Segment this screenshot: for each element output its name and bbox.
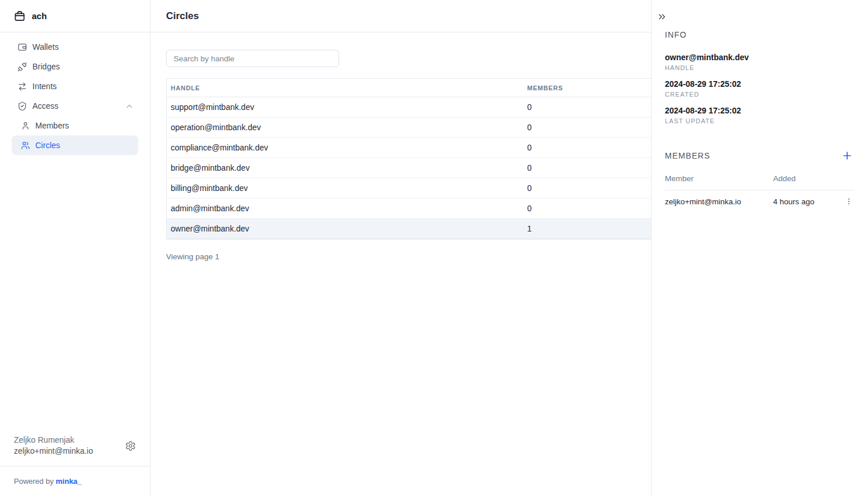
arrows-left-right-icon xyxy=(17,82,27,91)
cell-member: zeljko+mint@minka.io xyxy=(665,197,773,206)
add-member-button[interactable] xyxy=(841,150,853,161)
user-name: Zeljko Rumenjak xyxy=(14,435,125,446)
field-value: owner@mintbank.dev xyxy=(665,53,854,63)
chevrons-right-icon[interactable] xyxy=(657,12,667,22)
field-value: 2024-08-29 17:25:02 xyxy=(665,79,854,89)
user-icon xyxy=(21,121,30,130)
user-block: Zeljko Rumenjak zeljko+mint@minka.io xyxy=(0,427,150,466)
wallet-icon xyxy=(17,42,27,52)
info-field-created: 2024-08-29 17:25:02 CREATED xyxy=(665,79,854,98)
panel-content: INFO owner@mintbank.dev HANDLE 2024-08-2… xyxy=(652,0,868,212)
column-header-handle: HANDLE xyxy=(167,84,523,91)
search-input[interactable] xyxy=(166,50,339,67)
info-field-last-update: 2024-08-29 17:25:02 LAST UPDATE xyxy=(665,106,854,124)
sidebar-item-bridges[interactable]: Bridges xyxy=(12,57,138,76)
sidebar-item-label: Circles xyxy=(35,141,60,150)
column-header-member: Member xyxy=(665,174,773,183)
cell-handle: billing@mintbank.dev xyxy=(167,183,523,193)
sidebar-footer: Zeljko Rumenjak zeljko+mint@minka.io Pow… xyxy=(0,427,150,496)
user-meta: Zeljko Rumenjak zeljko+mint@minka.io xyxy=(14,435,125,457)
info-heading: INFO xyxy=(665,30,854,39)
kebab-menu-icon[interactable] xyxy=(844,196,854,207)
cell-handle: admin@mintbank.dev xyxy=(167,204,523,213)
field-label: HANDLE xyxy=(665,64,854,71)
field-value: 2024-08-29 17:25:02 xyxy=(665,106,854,116)
brand-name: ach xyxy=(32,11,47,21)
shield-check-icon xyxy=(17,101,27,111)
users-icon xyxy=(21,141,30,150)
briefcase-icon xyxy=(14,10,25,22)
sidebar-item-access[interactable]: Access xyxy=(12,96,138,116)
info-fields: owner@mintbank.dev HANDLE 2024-08-29 17:… xyxy=(665,53,854,124)
minka-link[interactable]: minka_ xyxy=(56,477,82,486)
sidebar-item-intents[interactable]: Intents xyxy=(12,76,138,96)
chevron-up-icon[interactable] xyxy=(125,102,134,111)
sidebar-item-wallets[interactable]: Wallets xyxy=(12,37,138,57)
cell-added: 4 hours ago xyxy=(773,197,844,206)
app-brand[interactable]: ach xyxy=(0,0,150,32)
powered-by: Powered by minka_ xyxy=(0,466,150,496)
sidebar-item-circles[interactable]: Circles xyxy=(12,135,138,155)
gear-icon[interactable] xyxy=(125,440,136,451)
members-section-header: MEMBERS xyxy=(665,150,854,161)
sidebar-item-label: Intents xyxy=(32,82,57,91)
sidebar-item-label: Access xyxy=(32,101,58,111)
member-row[interactable]: zeljko+mint@minka.io 4 hours ago xyxy=(665,190,854,212)
sidebar-item-label: Members xyxy=(35,121,69,130)
sidebar: ach Wallets Bridges xyxy=(0,0,150,496)
cell-handle: owner@mintbank.dev xyxy=(167,224,523,233)
sidebar-nav: Wallets Bridges Intents xyxy=(0,32,150,155)
sidebar-item-label: Bridges xyxy=(32,62,60,71)
powered-by-prefix: Powered by xyxy=(14,477,56,486)
cell-handle: support@mintbank.dev xyxy=(167,102,523,112)
user-email: zeljko+mint@minka.io xyxy=(14,446,125,457)
info-field-handle: owner@mintbank.dev HANDLE xyxy=(665,53,854,71)
plug-icon xyxy=(17,62,27,72)
members-heading: MEMBERS xyxy=(665,151,841,160)
cell-handle: compliance@mintbank.dev xyxy=(167,143,523,152)
sidebar-item-members[interactable]: Members xyxy=(12,116,138,135)
cell-handle: bridge@mintbank.dev xyxy=(167,163,523,172)
field-label: CREATED xyxy=(665,91,854,98)
page-title: Circles xyxy=(166,10,199,22)
members-table-header: Member Added xyxy=(665,174,854,190)
cell-handle: operation@mintbank.dev xyxy=(167,123,523,132)
field-label: LAST UPDATE xyxy=(665,117,854,124)
detail-panel: INFO owner@mintbank.dev HANDLE 2024-08-2… xyxy=(651,0,868,496)
column-header-added: Added xyxy=(773,174,854,183)
sidebar-item-label: Wallets xyxy=(32,42,58,52)
